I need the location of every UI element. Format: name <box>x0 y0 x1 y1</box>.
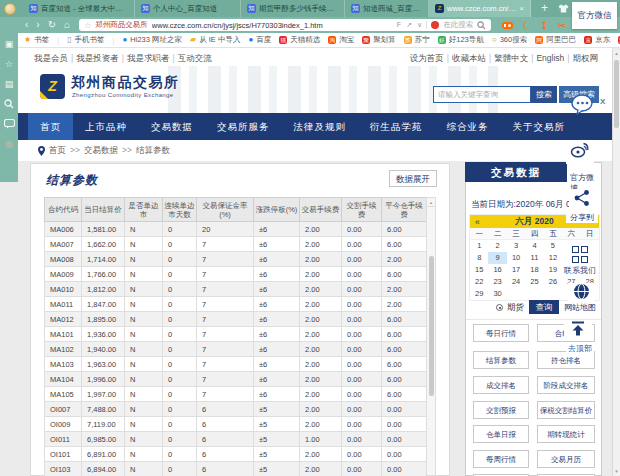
contact-qr-icon[interactable] <box>563 243 597 265</box>
search-button[interactable]: 搜索 <box>531 86 557 103</box>
back-icon[interactable]: ‹ <box>25 17 28 33</box>
bookmark-item[interactable]: 聚聚划算 <box>362 35 396 45</box>
calendar-day[interactable]: 26 <box>544 276 562 288</box>
font-size-icon[interactable]: F <box>397 21 401 29</box>
calendar-day[interactable]: 24 <box>507 276 525 288</box>
calendar-day[interactable]: 8 <box>470 252 488 264</box>
calendar-prev-icon[interactable]: « <box>475 217 480 227</box>
nav-item-1[interactable]: 首页 <box>28 113 73 140</box>
scroll-down-icon[interactable]: ▼ <box>613 468 620 476</box>
share-icon[interactable]: ↗ <box>406 21 412 29</box>
quick-link-button[interactable]: 交易月历 <box>537 450 595 468</box>
refresh-icon[interactable]: ↻ <box>48 17 56 33</box>
bookmark-item[interactable]: 猫天猫精选 <box>279 35 320 45</box>
calendar-day[interactable]: 25 <box>525 276 543 288</box>
quick-link-button[interactable]: 阶段成交排名 <box>537 376 595 394</box>
utility-link[interactable]: 设为首页 <box>410 53 444 63</box>
quick-link-button[interactable]: 每日行情 <box>473 324 529 342</box>
browser-tab[interactable]: 知知道商城_百度知道 <box>345 0 429 17</box>
bookmark-item[interactable]: ▯手机书签 <box>67 35 104 45</box>
nav-item-3[interactable]: 交易数据 <box>139 113 205 140</box>
tab-close-icon[interactable]: × <box>519 4 524 13</box>
browser-logo-icon[interactable] <box>4 3 16 15</box>
czce-logo[interactable]: Z <box>40 74 65 99</box>
url-text[interactable]: www.czce.com.cn/cn/jysj/jscs/H770303inde… <box>152 21 393 30</box>
nav-item-8[interactable]: 关于交易所 <box>501 113 578 140</box>
dropdown-icon[interactable]: ∨ <box>417 21 422 29</box>
bookmark-item[interactable]: 京京东 <box>584 35 610 45</box>
wechat-tab[interactable]: 官方微信 <box>572 2 617 29</box>
search-icon[interactable] <box>4 99 14 109</box>
query-button[interactable]: 查询 <box>529 300 559 314</box>
calendar-day[interactable]: 5 <box>544 240 562 252</box>
calendar-day[interactable]: 3 <box>507 240 525 252</box>
panels-icon[interactable]: ▣ <box>5 39 14 49</box>
utility-link[interactable]: 期权网 <box>573 53 599 63</box>
bookmark-item[interactable]: 淘淘宝 <box>328 35 354 45</box>
sitemap-label[interactable]: 网站地图 <box>561 302 599 313</box>
new-tab-button[interactable]: + <box>541 0 548 17</box>
browser-tab[interactable]: 知期货甲醇多少钱手续费？_百 <box>241 0 345 17</box>
calendar-day[interactable]: 19 <box>544 264 562 276</box>
forward-icon[interactable]: › <box>36 17 39 33</box>
calendar-day[interactable]: 10 <box>507 252 525 264</box>
calendar-day[interactable]: 11 <box>525 252 543 264</box>
utility-link[interactable]: 互动交流 <box>178 53 212 63</box>
wechat-bubble-icon[interactable] <box>571 94 595 115</box>
go-top-icon[interactable] <box>564 321 592 341</box>
download-icon[interactable]: ↧ <box>540 20 548 31</box>
calendar-day[interactable]: 22 <box>470 276 488 288</box>
weibo-icon[interactable] <box>566 142 594 164</box>
scroll-up-icon[interactable]: ▲ <box>427 198 435 207</box>
chat-icon[interactable] <box>4 119 15 129</box>
calendar-day[interactable]: 12 <box>544 252 562 264</box>
breadcrumb-link[interactable]: 交易数据 <box>84 145 118 157</box>
quick-link-button[interactable]: 每周行情 <box>473 450 529 468</box>
page-scrollbar-thumb[interactable] <box>614 60 619 128</box>
bookmark-item[interactable]: ★书签 <box>24 35 49 45</box>
utility-link[interactable]: 我是求职者 <box>127 53 170 63</box>
quick-link-button[interactable]: 保税交割结算价 <box>537 401 595 419</box>
contact-us-label[interactable]: 联系我们 <box>561 265 599 276</box>
bookmark-item[interactable]: 阿阿里巴巴 <box>535 35 576 45</box>
scroll-up-icon[interactable]: ▲ <box>613 50 620 58</box>
quick-link-button[interactable]: 期转现统计 <box>537 425 595 443</box>
futures-radio[interactable] <box>496 304 503 311</box>
calendar-day[interactable]: 16 <box>488 264 506 276</box>
calendar-day[interactable]: 29 <box>470 288 488 300</box>
expand-data-button[interactable]: 数据展开 <box>389 170 437 187</box>
quick-link-button[interactable]: 成交排名 <box>473 376 529 394</box>
utility-link[interactable]: 繁體中文 <box>494 53 528 63</box>
table-scrollbar-thumb[interactable] <box>429 256 434 396</box>
breadcrumb-link[interactable]: 首页 <box>49 145 66 157</box>
quick-link-button[interactable]: 仓单日报 <box>473 425 529 443</box>
breadcrumb-link[interactable]: 结算参数 <box>136 145 170 157</box>
gamepad-icon[interactable] <box>502 22 513 29</box>
bookmark-item[interactable]: 好好123导航 <box>438 35 484 45</box>
utility-link[interactable]: 我是会员 <box>34 53 68 63</box>
calendar-day[interactable]: 2 <box>488 240 506 252</box>
quick-search-engine-icon[interactable] <box>431 21 439 29</box>
home-icon[interactable]: ⌂ <box>64 17 70 33</box>
share-icon[interactable] <box>569 189 595 211</box>
calendar-day[interactable]: 15 <box>470 264 488 276</box>
assistant-icon[interactable]: ◎ <box>5 139 13 149</box>
calendar-day[interactable]: 18 <box>525 264 543 276</box>
table-scrollbar[interactable]: ▲ <box>426 197 436 476</box>
url-box[interactable]: ☆ 郑州商品交易所 www.czce.com.cn/cn/jysj/jscs/H… <box>79 19 491 31</box>
utility-link[interactable]: 收藏本站 <box>452 53 486 63</box>
calendar-day[interactable]: 23 <box>488 276 506 288</box>
bubble-close-icon[interactable]: X <box>600 97 605 106</box>
utility-link[interactable]: English <box>536 53 564 63</box>
browser-tab[interactable]: 知百度知道 - 全球最大中文互 <box>23 0 135 17</box>
notes-icon[interactable]: ▤ <box>5 79 14 89</box>
calendar-day[interactable]: 1 <box>470 240 488 252</box>
go-top-label[interactable]: 去顶部 <box>566 343 594 355</box>
calendar-day[interactable]: 17 <box>507 264 525 276</box>
nav-item-6[interactable]: 衍生品学苑 <box>358 113 435 140</box>
bookmark-item[interactable]: ▰从 IE 中导入 <box>190 35 240 45</box>
quick-search-label[interactable]: 在此搜索 <box>443 20 473 30</box>
bookmark-item[interactable]: ●Hi233 网址之家 <box>122 35 182 45</box>
bookmark-item[interactable]: 苏苏宁 <box>404 35 430 45</box>
calendar-day[interactable]: 9 <box>488 252 506 264</box>
